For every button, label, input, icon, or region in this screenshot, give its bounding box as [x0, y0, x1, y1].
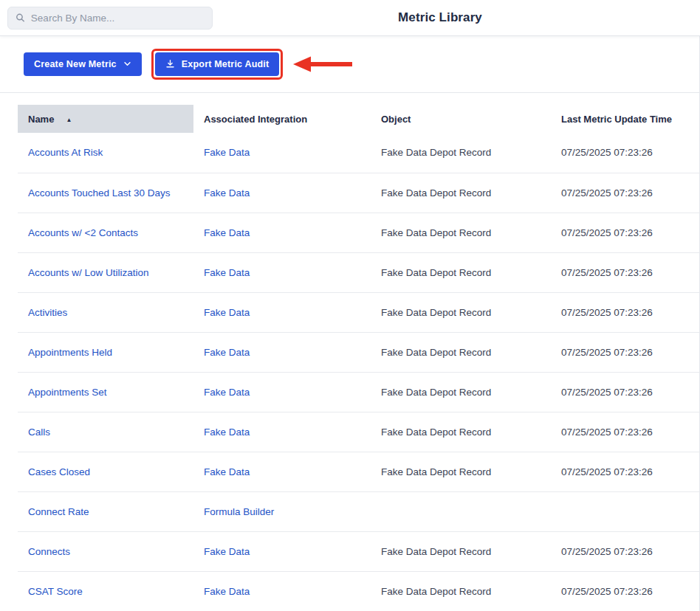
- chevron-down-icon: [123, 60, 131, 68]
- export-highlight-box: Export Metric Audit: [151, 49, 284, 80]
- object-cell: Fake Data Depot Record: [381, 586, 491, 597]
- metric-name-link[interactable]: Activities: [28, 307, 67, 318]
- metric-name-link[interactable]: Connect Rate: [28, 506, 89, 517]
- update-time-cell: 07/25/2025 07:23:26: [561, 187, 653, 199]
- integration-link[interactable]: Fake Data: [204, 586, 250, 597]
- integration-link[interactable]: Fake Data: [204, 307, 250, 318]
- update-time-cell: 07/25/2025 07:23:26: [561, 307, 653, 318]
- table-row: Accounts w/ <2 Contacts Fake Data Fake D…: [18, 213, 700, 252]
- table-row: Calls Fake Data Fake Data Depot Record 0…: [18, 412, 700, 452]
- object-cell: Fake Data Depot Record: [381, 267, 491, 278]
- table-row: Connect Rate Formula Builder: [18, 491, 700, 531]
- object-cell: Fake Data Depot Record: [381, 307, 491, 318]
- integration-link[interactable]: Fake Data: [204, 187, 250, 199]
- table-body: Accounts At Risk Fake Data Fake Data Dep…: [18, 133, 700, 611]
- page-title: Metric Library: [398, 10, 482, 25]
- column-header-name[interactable]: Name▲: [18, 105, 193, 133]
- object-cell: Fake Data Depot Record: [381, 187, 491, 199]
- object-cell: Fake Data Depot Record: [381, 227, 491, 238]
- top-bar: Metric Library: [0, 0, 700, 35]
- table-row: CSAT Score Fake Data Fake Data Depot Rec…: [18, 571, 700, 611]
- object-cell: Fake Data Depot Record: [381, 466, 491, 477]
- integration-link[interactable]: Fake Data: [204, 427, 250, 438]
- integration-link[interactable]: Fake Data: [204, 387, 250, 398]
- update-time-cell: 07/25/2025 07:23:26: [561, 147, 653, 158]
- column-header-last-update: Last Metric Update Time: [551, 105, 700, 133]
- update-time-cell: 07/25/2025 07:23:26: [561, 267, 653, 278]
- object-cell: Fake Data Depot Record: [381, 347, 491, 358]
- export-metric-audit-label: Export Metric Audit: [182, 59, 270, 69]
- object-cell: Fake Data Depot Record: [381, 427, 491, 438]
- metric-name-link[interactable]: CSAT Score: [28, 586, 83, 597]
- integration-link[interactable]: Fake Data: [204, 227, 250, 238]
- create-new-metric-label: Create New Metric: [34, 59, 117, 69]
- metric-name-link[interactable]: Cases Closed: [28, 466, 90, 477]
- update-time-cell: 07/25/2025 07:23:26: [561, 466, 653, 477]
- table-row: Accounts w/ Low Utilization Fake Data Fa…: [18, 252, 700, 292]
- toolbar: Create New Metric Export Metric Audit: [0, 35, 700, 92]
- table-row: Appointments Held Fake Data Fake Data De…: [18, 332, 700, 372]
- search-box[interactable]: [7, 7, 213, 30]
- integration-link[interactable]: Fake Data: [204, 147, 250, 158]
- integration-link[interactable]: Fake Data: [204, 347, 250, 358]
- table-row: Connects Fake Data Fake Data Depot Recor…: [18, 531, 700, 571]
- update-time-cell: 07/25/2025 07:23:26: [561, 427, 653, 438]
- metric-name-link[interactable]: Connects: [28, 546, 70, 557]
- integration-link[interactable]: Fake Data: [204, 546, 250, 557]
- column-header-name-label: Name: [28, 114, 54, 125]
- metric-name-link[interactable]: Accounts w/ <2 Contacts: [28, 227, 138, 238]
- integration-link[interactable]: Fake Data: [204, 466, 250, 477]
- search-input[interactable]: [31, 13, 205, 24]
- table-header-row: Name▲ Associated Integration Object Last…: [18, 105, 700, 133]
- metric-name-link[interactable]: Accounts Touched Last 30 Days: [28, 187, 171, 199]
- column-header-associated-integration: Associated Integration: [193, 105, 371, 133]
- update-time-cell: 07/25/2025 07:23:26: [561, 387, 653, 398]
- table-row: Cases Closed Fake Data Fake Data Depot R…: [18, 452, 700, 491]
- metric-name-link[interactable]: Calls: [28, 427, 50, 438]
- sort-ascending-icon: ▲: [66, 117, 72, 123]
- metric-name-link[interactable]: Accounts At Risk: [28, 147, 103, 158]
- update-time-cell: 07/25/2025 07:23:26: [561, 546, 653, 557]
- table-row: Accounts At Risk Fake Data Fake Data Dep…: [18, 133, 700, 173]
- table-row: Activities Fake Data Fake Data Depot Rec…: [18, 292, 700, 332]
- metric-name-link[interactable]: Appointments Set: [28, 387, 107, 398]
- table-section: Name▲ Associated Integration Object Last…: [0, 93, 700, 611]
- metric-name-link[interactable]: Appointments Held: [28, 347, 112, 358]
- object-cell: Fake Data Depot Record: [381, 546, 491, 557]
- annotation-arrow-icon: [293, 55, 354, 74]
- object-cell: Fake Data Depot Record: [381, 387, 491, 398]
- update-time-cell: 07/25/2025 07:23:26: [561, 347, 653, 358]
- download-icon: [165, 59, 175, 69]
- object-cell: Fake Data Depot Record: [381, 147, 491, 158]
- search-icon: [16, 13, 25, 23]
- table-row: Accounts Touched Last 30 Days Fake Data …: [18, 173, 700, 213]
- table-row: Appointments Set Fake Data Fake Data Dep…: [18, 372, 700, 412]
- update-time-cell: 07/25/2025 07:23:26: [561, 227, 653, 238]
- metric-table: Name▲ Associated Integration Object Last…: [18, 105, 700, 611]
- metric-name-link[interactable]: Accounts w/ Low Utilization: [28, 267, 149, 278]
- export-metric-audit-button[interactable]: Export Metric Audit: [155, 52, 280, 76]
- integration-link[interactable]: Fake Data: [204, 267, 250, 278]
- create-new-metric-button[interactable]: Create New Metric: [24, 52, 142, 76]
- update-time-cell: 07/25/2025 07:23:26: [561, 586, 653, 597]
- column-header-object: Object: [371, 105, 551, 133]
- integration-link[interactable]: Formula Builder: [204, 506, 274, 517]
